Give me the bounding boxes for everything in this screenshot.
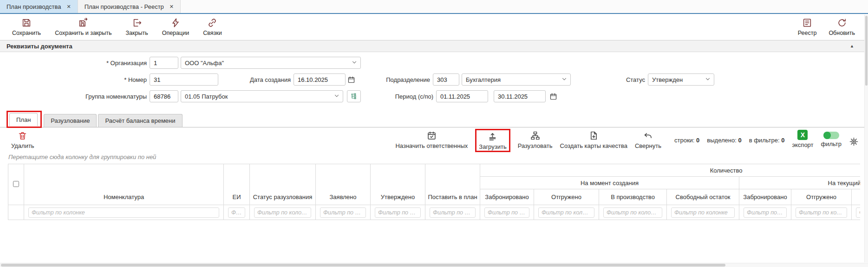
column-header-free-balance-on-creation[interactable]: Свободный остаток: [667, 189, 739, 205]
filter-input-in-production-on-creation[interactable]: [603, 207, 662, 218]
delete-button[interactable]: Удалить: [11, 130, 34, 149]
save-button[interactable]: Сохранить: [12, 17, 41, 36]
filter-input-explosion-status[interactable]: [254, 207, 311, 218]
column-header-in-production-current[interactable]: В производство: [852, 189, 861, 205]
calendar-check-icon: [427, 130, 437, 141]
plan-toolbar-right: Назначить ответственных Загрузить Разузл…: [395, 130, 859, 151]
vertical-scrollbar-thumb[interactable]: [865, 16, 868, 86]
filtered-counter: в фильтре: 0: [749, 137, 785, 144]
column-header-shipped-on-creation[interactable]: Отгружено: [534, 189, 599, 205]
filter-input-in-production-current[interactable]: [856, 207, 860, 218]
column-header-in-production-on-creation[interactable]: В производство: [599, 189, 667, 205]
department-select[interactable]: Бухгалтерия: [462, 73, 571, 86]
column-header-shipped-current[interactable]: Отгружено: [791, 189, 852, 205]
links-button[interactable]: Связки: [203, 17, 222, 36]
organization-code-input[interactable]: [150, 57, 178, 69]
calendar-icon[interactable]: [549, 90, 557, 102]
refresh-label: Обновить: [829, 30, 855, 36]
department-code-input[interactable]: [433, 73, 459, 86]
period-from-input[interactable]: [436, 90, 488, 102]
status-select-value: Утвержден: [652, 76, 705, 83]
exit-door-icon: [132, 17, 142, 28]
filter-input-shipped-current[interactable]: [796, 207, 847, 218]
toggle-switch-icon[interactable]: [823, 132, 839, 139]
filter-input-reserved-current[interactable]: [744, 207, 787, 218]
filter-input-put-in-plan[interactable]: [430, 207, 476, 218]
nomenclature-group-code-input[interactable]: [150, 90, 178, 102]
excel-icon: X: [797, 130, 808, 140]
select-all-cell: [8, 164, 24, 205]
collapse-rows-button[interactable]: Свернуть: [635, 130, 661, 149]
column-header-reserved-on-creation[interactable]: Забронировано: [480, 189, 534, 205]
window-tab-production-plan-registry[interactable]: План производства - Реестр ✕: [78, 0, 181, 13]
group-by-drop-zone[interactable]: Перетащите сюда колонку для группировки …: [0, 151, 868, 164]
hierarchy-tree-button[interactable]: [347, 90, 361, 102]
undo-arrow-icon: [643, 130, 653, 141]
settings-gear-icon[interactable]: [849, 137, 859, 148]
plan-grid: Номенклатура ЕИ Статус разузлования Заяв…: [8, 164, 860, 220]
column-header-explosion-status[interactable]: Статус разузлования: [250, 164, 316, 205]
number-input[interactable]: [150, 73, 218, 86]
filter-toggle-label: фильтр: [821, 140, 842, 147]
close-tab-icon[interactable]: ✕: [66, 4, 71, 10]
export-excel-button[interactable]: X экспорт: [792, 130, 813, 148]
filter-input-reserved-on-creation[interactable]: [484, 207, 529, 218]
collapse-section-icon[interactable]: ▲: [850, 44, 854, 48]
registry-button[interactable]: Реестр: [798, 17, 817, 36]
filter-toggle-button[interactable]: фильтр: [821, 130, 842, 147]
filter-input-free-balance-on-creation[interactable]: [671, 207, 735, 218]
save-label: Сохранить: [12, 30, 41, 36]
nomenclature-group-select-value: 01.05 Патрубок: [185, 93, 333, 100]
column-header-approved[interactable]: Утверждено: [371, 164, 425, 205]
organization-label: * Организация: [0, 60, 147, 67]
created-date-input[interactable]: [294, 73, 346, 86]
chevron-down-icon: [705, 76, 711, 84]
column-header-put-in-plan[interactable]: Поставить в план: [425, 164, 480, 205]
assign-responsible-label: Назначить ответственных: [395, 142, 468, 149]
close-button[interactable]: Закрыть: [126, 17, 148, 36]
requisites-section-header[interactable]: Реквизиты документа ▲: [0, 40, 868, 52]
refresh-button[interactable]: Обновить: [829, 17, 855, 36]
calendar-icon[interactable]: [347, 73, 355, 86]
column-header-nomenclature[interactable]: Номенклатура: [24, 164, 224, 205]
close-tab-icon[interactable]: ✕: [170, 4, 174, 10]
filter-input-approved[interactable]: [375, 207, 421, 218]
column-header-declared[interactable]: Заявлено: [316, 164, 371, 205]
assign-responsible-button[interactable]: Назначить ответственных: [395, 130, 468, 149]
organization-select[interactable]: ООО "Альфа": [181, 57, 361, 69]
requisites-form: * Организация ООО "Альфа" * Номер Дата с…: [0, 52, 868, 109]
lightning-icon: [170, 17, 181, 28]
column-group-current: На текущий момент: [739, 177, 861, 189]
operations-button[interactable]: Операции: [162, 17, 189, 36]
filter-input-unit[interactable]: [228, 207, 245, 218]
organization-select-value: ООО "Альфа": [185, 60, 351, 67]
close-label: Закрыть: [126, 30, 148, 36]
create-quality-cards-button[interactable]: Создать карты качества: [560, 130, 627, 149]
document-plus-icon: [589, 130, 599, 141]
number-label: * Номер: [0, 76, 147, 83]
horizontal-scrollbar[interactable]: [0, 263, 868, 267]
nomenclature-group-select[interactable]: 01.05 Патрубок: [181, 90, 343, 102]
column-header-reserved-current[interactable]: Забронировано: [739, 189, 791, 205]
tab-time-balance[interactable]: Расчёт баланса времени: [98, 114, 182, 127]
tab-plan[interactable]: План: [9, 113, 38, 126]
select-all-checkbox[interactable]: [13, 181, 19, 187]
filter-input-nomenclature[interactable]: [28, 207, 219, 218]
period-to-input[interactable]: [494, 90, 546, 102]
collapse-rows-label: Свернуть: [635, 142, 661, 149]
main-toolbar-left: Сохранить Сохранить и закрыть Закрыть Оп…: [12, 17, 222, 36]
column-header-unit[interactable]: ЕИ: [224, 164, 250, 205]
window-tab-production-plan[interactable]: План производства ✕: [0, 0, 78, 13]
save-and-close-button[interactable]: Сохранить и закрыть: [55, 17, 111, 36]
filter-input-shipped-on-creation[interactable]: [538, 207, 594, 218]
rows-counter: строки: 0: [674, 137, 699, 144]
save-and-close-icon: [78, 17, 88, 28]
tab-explosion[interactable]: Разузлование: [44, 114, 97, 127]
vertical-scrollbar[interactable]: [864, 15, 868, 262]
load-button[interactable]: Загрузить: [479, 131, 506, 150]
explode-button[interactable]: Разузловать: [518, 130, 553, 149]
status-select[interactable]: Утвержден: [648, 73, 714, 86]
filter-input-declared[interactable]: [320, 207, 366, 218]
horizontal-scrollbar-thumb[interactable]: [1, 264, 725, 267]
main-toolbar: Сохранить Сохранить и закрыть Закрыть Оп…: [0, 14, 868, 40]
